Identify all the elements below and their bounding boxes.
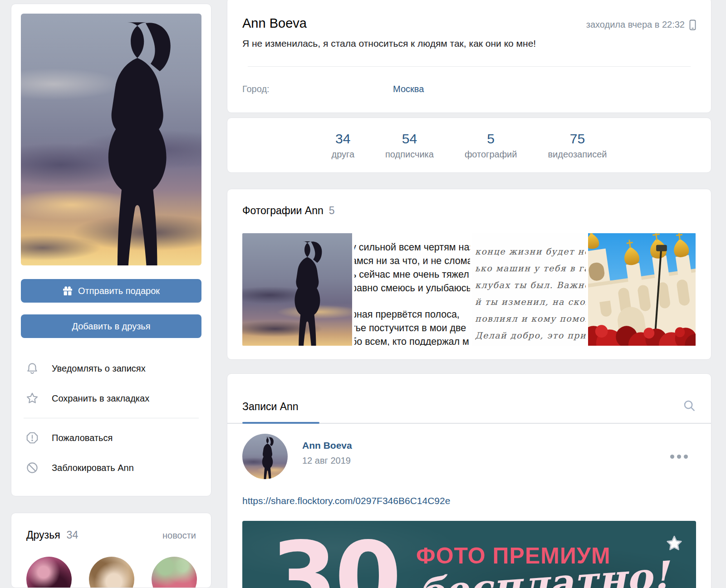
banner-number: 30 (270, 540, 399, 588)
counter-friends[interactable]: 34 друга (316, 131, 370, 160)
left-column: Отправить подарок Добавить в друзья Увед… (11, 4, 211, 588)
photos-header: Фотографии Ann5 (242, 205, 696, 217)
counter-value: 34 (331, 131, 354, 147)
counter-videos[interactable]: 75 видеозаписей (532, 131, 622, 160)
last-seen-text: заходила вчера в 22:32 (586, 20, 685, 30)
friends-count: 34 (67, 529, 78, 541)
photos-count: 5 (329, 205, 335, 216)
city-link[interactable]: Москва (393, 84, 424, 94)
profile-card: Отправить подарок Добавить в друзья Увед… (11, 4, 211, 496)
block-user-item[interactable]: Заблокировать Ann (24, 453, 199, 483)
photos-title[interactable]: Фотографии Ann (242, 205, 324, 216)
notify-posts-label: Уведомлять о записях (52, 363, 146, 374)
bookmark-star-icon[interactable] (665, 534, 683, 553)
post-date-link[interactable]: 12 авг 2019 (302, 456, 352, 466)
report-icon (25, 431, 39, 445)
report-label: Пожаловаться (52, 433, 113, 443)
photo-thumb-quote-1[interactable]: у сильной всем чертям наз амся ни за что… (354, 233, 470, 346)
counter-label: видеозаписей (548, 149, 607, 160)
photo-thumb-silhouette[interactable] (242, 233, 352, 346)
send-gift-label: Отправить подарок (78, 286, 160, 296)
star-icon (25, 392, 39, 405)
photo-row: у сильной всем чертям наз амся ни за что… (242, 233, 696, 346)
wall-tabs: Записи Ann (227, 374, 711, 424)
photo-quote-text: конце жизни будет не важ ько машин у теб… (475, 243, 586, 344)
friends-header: Друзья 34 новости (21, 523, 201, 541)
menu-divider (24, 418, 199, 418)
save-bookmarks-item[interactable]: Сохранить в закладках (24, 383, 199, 413)
counter-value: 54 (385, 131, 434, 147)
main-column: Ann Boeva заходила вчера в 22:32 Я не из… (227, 0, 711, 588)
silhouette-figure (254, 436, 285, 479)
gift-icon (63, 286, 73, 296)
photos-card: Фотографии Ann5 у сильной всем чертям на… (227, 189, 711, 360)
silhouette-figure (64, 14, 201, 265)
counter-label: подписчика (385, 149, 434, 160)
friend-avatar[interactable] (152, 557, 197, 588)
post-link[interactable]: https://share.flocktory.com/0297F346B6C1… (242, 495, 450, 506)
profile-header-card: Ann Boeva заходила вчера в 22:32 Я не из… (227, 0, 711, 113)
counter-value: 5 (465, 131, 517, 147)
post-author-avatar[interactable] (242, 434, 288, 479)
friends-card: Друзья 34 новости (11, 513, 211, 588)
profile-photo[interactable] (21, 14, 201, 265)
friends-avatars-row (21, 557, 201, 588)
photo-thumb-cathedral[interactable] (588, 233, 696, 346)
save-bookmarks-label: Сохранить в закладках (52, 393, 149, 404)
search-icon (682, 399, 696, 412)
counters-card: 34 друга 54 подписчика 5 фотографий 75 в… (227, 118, 711, 173)
report-item[interactable]: Пожаловаться (24, 423, 199, 453)
profile-actions-menu: Уведомлять о записях Сохранить в закладк… (21, 353, 201, 486)
counter-label: друга (331, 149, 354, 160)
add-friend-label: Добавить в друзья (72, 321, 150, 332)
wall-search-button[interactable] (682, 399, 696, 414)
bell-icon (25, 362, 39, 375)
last-seen: заходила вчера в 22:32 (586, 20, 696, 30)
block-icon (25, 461, 39, 475)
wall-card: Записи Ann Ann Boeva 12 авг 201 (227, 373, 711, 588)
cathedral-image (588, 233, 696, 346)
mobile-icon (689, 20, 696, 30)
friends-title[interactable]: Друзья (26, 529, 60, 541)
block-user-label: Заблокировать Ann (52, 463, 134, 473)
silhouette-figure (275, 238, 348, 346)
send-gift-button[interactable]: Отправить подарок (21, 279, 201, 303)
add-friend-button[interactable]: Добавить в друзья (21, 314, 201, 338)
status-text[interactable]: Я не изменилась, я стала относиться к лю… (242, 38, 696, 49)
counter-photos[interactable]: 5 фотографий (449, 131, 533, 160)
city-label: Город: (242, 84, 393, 94)
photo-thumb-quote-2[interactable]: конце жизни будет не важ ько машин у теб… (472, 233, 586, 346)
active-tab-underline (242, 422, 319, 424)
tab-wall-posts[interactable]: Записи Ann (242, 401, 299, 413)
post-author-link[interactable]: Ann Boeva (302, 440, 352, 451)
friends-news-link[interactable]: новости (162, 530, 196, 541)
post-actions-menu-button[interactable] (667, 452, 691, 461)
counter-followers[interactable]: 54 подписчика (370, 131, 449, 160)
friend-avatar[interactable] (26, 557, 72, 588)
header-divider (248, 66, 691, 67)
wall-post: Ann Boeva 12 авг 2019 https://share.floc… (227, 424, 711, 588)
post-banner-image[interactable]: 30 ФОТО ПРЕМИУМ бесплатно! (242, 521, 696, 588)
counter-label: фотографий (465, 149, 517, 160)
counter-value: 75 (548, 131, 607, 147)
friend-avatar[interactable] (89, 557, 134, 588)
page-title: Ann Boeva (242, 16, 307, 31)
notify-posts-item[interactable]: Уведомлять о записях (24, 353, 199, 383)
city-row: Город: Москва (242, 84, 696, 94)
photo-quote-text: у сильной всем чертям наз амся ни за что… (354, 240, 470, 346)
